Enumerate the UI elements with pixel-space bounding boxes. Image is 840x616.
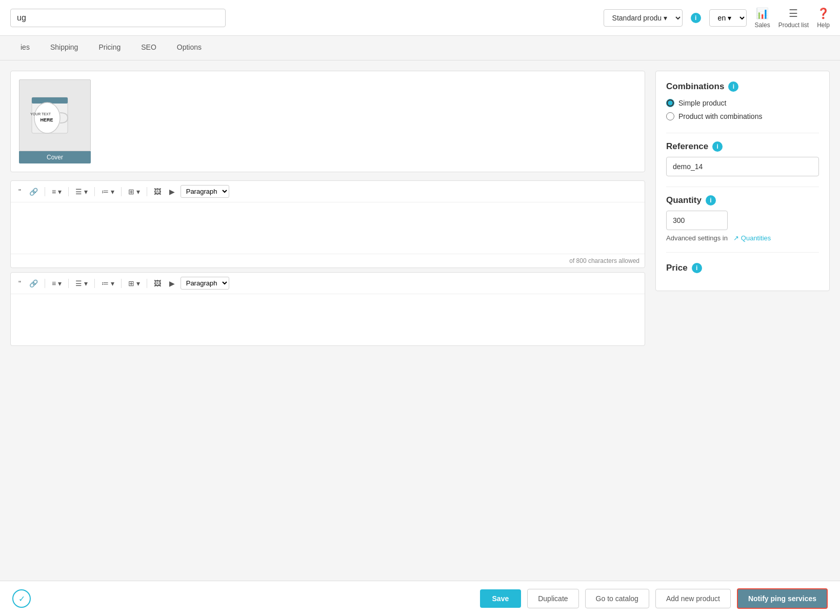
toolbar-sep3: [94, 187, 95, 196]
image-cover-label: Cover: [19, 151, 91, 163]
product-list-icon: ☰: [789, 7, 798, 19]
language-select[interactable]: en ▾ fr es: [709, 9, 747, 27]
image-section: YOUR TEXT HERE Cover: [10, 71, 645, 172]
quantities-link-label: Quantities: [741, 234, 771, 242]
tab-options[interactable]: Options: [167, 36, 212, 60]
mug-svg: YOUR TEXT HERE: [29, 90, 81, 141]
radio-simple-input[interactable]: [666, 99, 674, 107]
toolbar-bullet-btn[interactable]: ☰ ▾: [73, 186, 90, 197]
radio-combined-input[interactable]: [666, 112, 674, 120]
reference-input[interactable]: demo_14: [666, 157, 819, 176]
divider3: [666, 252, 819, 253]
tab-bar: ies Shipping Pricing SEO Options: [0, 36, 840, 60]
price-section: Price i: [666, 263, 819, 273]
header: Standard produ ▾ Pack of products Virtua…: [0, 0, 840, 36]
reference-info-icon[interactable]: i: [712, 141, 723, 152]
svg-text:HERE: HERE: [40, 117, 53, 122]
quantities-link[interactable]: ↗ Quantities: [733, 234, 771, 242]
toolbar2-sep2: [68, 279, 69, 288]
editor1-body[interactable]: [11, 202, 645, 254]
char-count-text: of 800 characters allowed: [569, 257, 639, 264]
product-type-info-icon[interactable]: i: [691, 13, 701, 23]
toolbar2-sep1: [45, 279, 45, 288]
toolbar-align-btn[interactable]: ≡ ▾: [49, 186, 64, 197]
quantity-label: Quantity i: [666, 195, 819, 206]
price-info-icon[interactable]: i: [692, 263, 702, 273]
quantity-info-icon[interactable]: i: [706, 195, 716, 206]
toolbar-image-btn[interactable]: 🖼: [151, 186, 164, 197]
tab-ies[interactable]: ies: [10, 36, 40, 60]
right-panel: Combinations i Simple product Product wi…: [655, 71, 830, 574]
product-type-select[interactable]: Standard produ ▾ Pack of products Virtua…: [604, 9, 683, 27]
toolbar-numbered-btn[interactable]: ≔ ▾: [99, 186, 117, 197]
price-title: Price i: [666, 263, 819, 273]
quantity-title-text: Quantity: [666, 195, 702, 206]
toolbar2-video-btn[interactable]: ▶: [167, 278, 177, 289]
radio-simple-label: Simple product: [678, 99, 726, 107]
editor2-body[interactable]: [11, 294, 645, 345]
reference-label: Reference i: [666, 141, 819, 152]
toolbar-quote-btn[interactable]: ": [16, 186, 24, 197]
radio-simple-product[interactable]: Simple product: [666, 99, 819, 107]
toolbar2-sep5: [147, 279, 147, 288]
main-content: YOUR TEXT HERE Cover " 🔗 ≡ ▾ ☰ ▾ ≔ ▾ ⊞ ▾: [0, 60, 840, 584]
reference-title-text: Reference: [666, 141, 708, 152]
radio-combined-label: Product with combinations: [678, 112, 762, 120]
toolbar2-link-btn[interactable]: 🔗: [27, 278, 41, 289]
radio-combined-product[interactable]: Product with combinations: [666, 112, 819, 120]
editor1-toolbar: " 🔗 ≡ ▾ ☰ ▾ ≔ ▾ ⊞ ▾ 🖼 ▶ Paragraph Headin…: [11, 181, 645, 202]
nav-product-list[interactable]: ☰ Product list: [778, 7, 809, 29]
product-image: YOUR TEXT HERE: [19, 79, 91, 151]
price-title-text: Price: [666, 263, 688, 273]
combinations-info-icon[interactable]: i: [728, 81, 738, 92]
bottom-bar: ✓ Save Duplicate Go to catalog Add new p…: [0, 581, 840, 584]
svg-text:YOUR TEXT: YOUR TEXT: [30, 112, 51, 116]
help-label: Help: [817, 22, 830, 29]
sales-label: Sales: [755, 22, 770, 29]
toolbar2-table-btn[interactable]: ⊞ ▾: [126, 278, 143, 289]
toolbar2-quote-btn[interactable]: ": [16, 278, 24, 289]
combinations-title-text: Combinations: [666, 81, 724, 92]
sales-icon: 📊: [756, 7, 769, 19]
divider2: [666, 187, 819, 187]
product-image-container: YOUR TEXT HERE Cover: [19, 79, 91, 163]
toolbar2-sep4: [121, 279, 122, 288]
toolbar-link-btn[interactable]: 🔗: [27, 186, 41, 197]
quantity-section: Quantity i Advanced settings in ↗ Quanti…: [666, 195, 819, 242]
toolbar-sep5: [147, 187, 147, 196]
toolbar-sep4: [121, 187, 122, 196]
toolbar2-sep3: [94, 279, 95, 288]
quantity-input[interactable]: [666, 211, 728, 230]
toolbar-sep2: [68, 187, 69, 196]
header-right: Standard produ ▾ Pack of products Virtua…: [604, 7, 830, 29]
external-link-icon: ↗: [733, 234, 739, 242]
toolbar2-numbered-btn[interactable]: ≔ ▾: [99, 278, 117, 289]
combinations-section: Combinations i Simple product Product wi…: [666, 81, 819, 120]
advanced-settings-text: Advanced settings in: [666, 234, 728, 242]
product-list-label: Product list: [778, 22, 809, 29]
tab-pricing[interactable]: Pricing: [88, 36, 131, 60]
divider1: [666, 133, 819, 133]
tab-shipping[interactable]: Shipping: [40, 36, 89, 60]
editor1-footer: of 800 characters allowed: [11, 254, 645, 268]
toolbar-table-btn[interactable]: ⊞ ▾: [126, 186, 143, 197]
toolbar-paragraph-select[interactable]: Paragraph Heading 1 Heading 2: [181, 185, 229, 198]
toolbar-video-btn[interactable]: ▶: [167, 186, 177, 197]
toolbar-sep1: [45, 187, 45, 196]
reference-section: Reference i demo_14: [666, 141, 819, 176]
editor2-toolbar: " 🔗 ≡ ▾ ☰ ▾ ≔ ▾ ⊞ ▾ 🖼 ▶ Paragraph Headin…: [11, 273, 645, 294]
combinations-title: Combinations i: [666, 81, 819, 92]
editor2-section: " 🔗 ≡ ▾ ☰ ▾ ≔ ▾ ⊞ ▾ 🖼 ▶ Paragraph Headin…: [10, 272, 645, 346]
nav-sales[interactable]: 📊 Sales: [755, 7, 770, 29]
editor1-section: " 🔗 ≡ ▾ ☰ ▾ ≔ ▾ ⊞ ▾ 🖼 ▶ Paragraph Headin…: [10, 180, 645, 268]
toolbar2-bullet-btn[interactable]: ☰ ▾: [73, 278, 90, 289]
toolbar2-align-btn[interactable]: ≡ ▾: [49, 278, 64, 289]
product-title-input[interactable]: [10, 9, 226, 27]
header-left: [10, 9, 226, 27]
nav-help[interactable]: ❓ Help: [817, 7, 830, 29]
tab-seo[interactable]: SEO: [131, 36, 167, 60]
toolbar2-image-btn[interactable]: 🖼: [151, 278, 164, 289]
toolbar2-paragraph-select[interactable]: Paragraph Heading 1 Heading 2: [181, 277, 229, 290]
right-card: Combinations i Simple product Product wi…: [655, 71, 830, 291]
combinations-radio-group: Simple product Product with combinations: [666, 99, 819, 120]
